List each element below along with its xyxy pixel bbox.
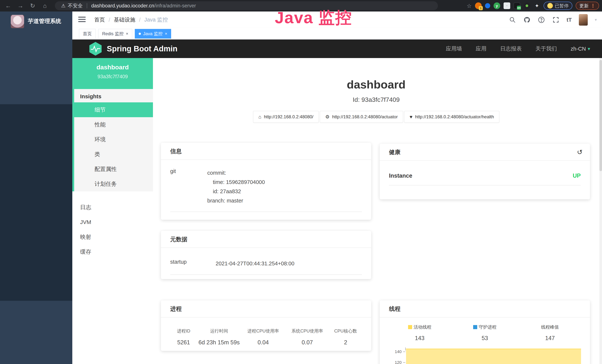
info-card: 信息 git commit: time: 1596289704000 id: 2… — [161, 143, 371, 220]
legend-peak-label: 线程峰值 — [541, 324, 559, 330]
endpoint-health-button[interactable]: ♥ http://192.168.0.2:48080/actuator/heal… — [404, 111, 499, 123]
sba-menu-scheduled-tasks[interactable]: 计划任务 — [74, 177, 153, 191]
search-icon[interactable] — [509, 16, 516, 23]
url-path: /infra/admin-server — [154, 3, 196, 9]
browser-home-icon[interactable]: ⌂ — [41, 2, 49, 9]
extension-icon-switch[interactable]: on — [514, 2, 520, 9]
extension-on-badge: on — [517, 6, 521, 10]
sba-menu-logs[interactable]: 日志 — [72, 200, 153, 215]
endpoint-actuator-button[interactable]: ⚙ http://192.168.0.2:48080/actuator — [320, 111, 403, 123]
tab-java-monitor[interactable]: Java 监控 × — [135, 29, 171, 39]
tab-redis-monitor[interactable]: Redis 监控 × — [98, 29, 132, 39]
url-divider — [87, 3, 87, 8]
content-scrollbar[interactable] — [599, 58, 602, 364]
security-warning-icon[interactable]: ⚠ — [61, 3, 65, 9]
y-tick-120: 120 — [390, 360, 402, 364]
sba-menu-caches[interactable]: 缓存 — [72, 244, 153, 259]
breadcrumb-current: Java 监控 — [144, 16, 168, 23]
breadcrumb-separator: / — [139, 17, 140, 23]
browser-reload-icon[interactable]: ↻ — [29, 2, 37, 9]
y-tickmark — [403, 352, 405, 352]
legend-daemon-value: 53 — [452, 335, 517, 342]
health-card: 健康 ↺ Instance UP — [380, 144, 590, 199]
breadcrumb-infra[interactable]: 基础设施 — [114, 16, 135, 23]
sba-locale-select[interactable]: zh-CN ▾ — [571, 46, 590, 52]
live-threads-area-series — [406, 349, 581, 364]
sba-nav-applications[interactable]: 应用 — [476, 45, 486, 53]
sba-menu-details[interactable]: 细节 — [72, 102, 153, 117]
extension-icon-grid[interactable] — [504, 2, 510, 9]
browser-forward-icon[interactable]: → — [16, 2, 24, 9]
process-col-pid: 进程ID — [170, 328, 197, 334]
process-cores-value: 2 — [329, 339, 362, 346]
sba-menu-config-props[interactable]: 配置属性 — [74, 162, 153, 177]
endpoint-url: http://192.168.0.2:48080/ — [264, 114, 313, 119]
status-badge: UP — [573, 172, 581, 179]
sba-brand-title[interactable]: Spring Boot Admin — [107, 44, 177, 53]
legend-peak-value: 147 — [517, 335, 582, 342]
sba-menu-metrics[interactable]: 性能 — [74, 117, 153, 132]
process-card-title: 进程 — [161, 300, 371, 317]
extension-icon-plant[interactable] — [524, 2, 530, 9]
process-col-syscpu: 系统CPU使用率 — [285, 328, 329, 334]
process-col-cpu: 进程CPU使用率 — [241, 328, 285, 334]
endpoint-url: http://192.168.0.2:48080/actuator/health — [415, 114, 494, 119]
sba-menu-section-insights: Insights — [74, 91, 153, 102]
url-domain: dashboard.yudao.iocoder.cn — [91, 3, 154, 9]
kebab-menu-icon[interactable]: ⋮ — [591, 3, 595, 9]
sba-nav-wallboard[interactable]: 应用墙 — [446, 45, 462, 53]
bookmark-star-icon[interactable]: ☆ — [467, 3, 472, 9]
browser-back-icon[interactable]: ← — [4, 2, 12, 9]
scrollbar-thumb[interactable] — [599, 60, 602, 171]
emoji-face-icon — [547, 3, 553, 9]
endpoint-home-button[interactable]: ⌂ http://192.168.0.2:48080/ — [253, 111, 319, 123]
threads-card: 线程 活动线程 143 守护进程 53 — [380, 300, 590, 364]
tab-home[interactable]: 首页 — [79, 29, 96, 39]
help-icon[interactable] — [538, 16, 545, 23]
font-size-icon[interactable]: tT — [567, 17, 572, 23]
metadata-card: 元数据 startup 2021-04-27T00:44:31.254+08:0… — [161, 231, 371, 279]
breadcrumb-home[interactable]: 首页 — [94, 16, 105, 23]
wrench-icon: ⚙ — [325, 114, 329, 120]
spring-boot-admin-logo — [89, 42, 102, 56]
user-avatar[interactable] — [579, 14, 588, 26]
sba-nav-journal[interactable]: 日志报表 — [500, 45, 522, 53]
sba-menu-jvm[interactable]: JVM — [72, 215, 153, 230]
legend-live-value: 143 — [387, 335, 452, 342]
sba-menu-classes[interactable]: 类 — [74, 147, 153, 162]
close-icon[interactable]: × — [165, 31, 167, 36]
user-menu-caret-icon[interactable]: ▾ — [595, 17, 597, 22]
sba-menu-mappings[interactable]: 映射 — [72, 230, 153, 244]
info-card-title: 信息 — [161, 143, 371, 160]
git-id-line: id: 27aa832 — [207, 187, 362, 196]
sba-instance-block[interactable]: dashboard 93a3fc7f7409 — [72, 58, 153, 89]
sidebar-toggle-icon[interactable] — [78, 17, 86, 23]
git-commit-line: commit: — [207, 168, 362, 177]
threads-legend: 活动线程 143 守护进程 53 线程峰值 147 — [387, 324, 582, 342]
page-title: dashboard — [153, 78, 599, 91]
health-instance-label[interactable]: Instance — [389, 172, 412, 179]
extension-icon-y[interactable]: y — [494, 2, 500, 9]
heartbeat-icon: ♥ — [409, 114, 412, 120]
paused-extension-pill[interactable]: 已暂停 — [544, 2, 572, 10]
page-subtitle: Id: 93a3fc7f7409 — [153, 96, 599, 103]
y-tick-140: 140 — [390, 349, 402, 354]
history-icon[interactable]: ↺ — [577, 144, 582, 161]
close-icon[interactable]: × — [126, 31, 128, 36]
update-button[interactable]: 更新 ⋮ — [576, 2, 599, 10]
extension-icon-puzzle[interactable]: ✦ — [534, 2, 540, 9]
endpoint-url: http://192.168.0.2:48080/actuator — [332, 114, 398, 119]
sba-nav-about[interactable]: 关于我们 — [536, 45, 557, 53]
sba-menu-environment[interactable]: 环境 — [74, 132, 153, 147]
admin-sidebar: 芋道管理系统 — [0, 11, 72, 364]
extension-y-label: y — [496, 4, 498, 8]
process-pid-value: 5261 — [170, 339, 197, 346]
extension-icon-orange[interactable]: 1 — [475, 2, 482, 9]
active-tab-dot — [139, 33, 141, 35]
browser-actions: ☆ 1 y on ✦ 已暂停 更新 ⋮ — [467, 0, 599, 11]
github-icon[interactable] — [523, 16, 531, 23]
plant-dot — [526, 4, 528, 7]
fullscreen-icon[interactable] — [552, 16, 559, 23]
extension-icon-pin[interactable] — [485, 3, 490, 8]
address-bar[interactable]: ⚠ 不安全 dashboard.yudao.iocoder.cn /infra/… — [55, 1, 438, 10]
